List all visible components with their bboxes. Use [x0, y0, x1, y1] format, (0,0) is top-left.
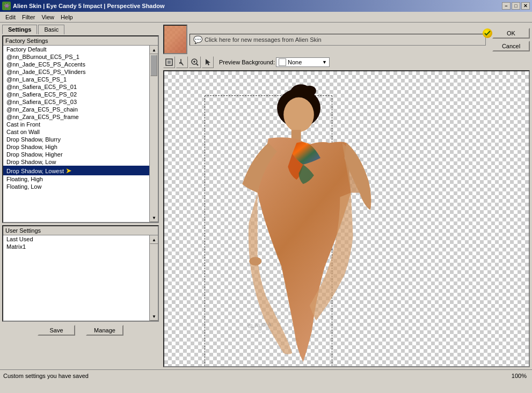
top-area: Settings Basic Factory Settings Factory … — [0, 23, 532, 369]
user-settings-header: User Settings — [3, 226, 158, 235]
factory-list-item[interactable]: Drop Shadow, Blurry — [3, 136, 149, 143]
factory-settings-panel: Factory Settings Factory Default@nn_BBur… — [2, 35, 159, 223]
factory-list-item[interactable]: @nn_Lara_EC5_PS_1 — [3, 76, 149, 83]
window-title: Alien Skin | Eye Candy 5 Impact | Perspe… — [13, 3, 502, 9]
user-scroll-down[interactable]: ▼ — [150, 312, 158, 321]
menu-view[interactable]: View — [38, 13, 57, 21]
user-list-item[interactable]: Last Used — [3, 235, 149, 243]
factory-list-item[interactable]: Factory Default — [3, 46, 149, 53]
factory-list-item[interactable]: Cast on Wall — [3, 128, 149, 136]
tab-settings[interactable]: Settings — [2, 25, 37, 34]
zoom-in-tool[interactable] — [189, 56, 201, 68]
factory-list-item[interactable]: @nn_BBurnout_EC5_PS_1 — [3, 53, 149, 61]
message-text: Click here for new messages from Alien S… — [205, 36, 322, 43]
factory-list-item[interactable]: @nn_Safiera_EC5_PS_02 — [3, 91, 149, 98]
scroll-thumb[interactable] — [150, 55, 157, 76]
factory-list-item[interactable]: Cast in Front — [3, 121, 149, 128]
factory-list-item[interactable]: @nn_Zara_EC5_PS_chain — [3, 106, 149, 113]
ok-cancel-group: OK Cancel — [492, 28, 530, 51]
window-controls: − □ ✕ — [502, 2, 530, 10]
factory-list-item[interactable]: Drop Shadow, High — [3, 143, 149, 151]
save-button[interactable]: Save — [38, 325, 75, 336]
preview-canvas[interactable]: CLAUDIA© — [163, 70, 530, 367]
manage-button[interactable]: Manage — [86, 325, 123, 336]
close-button[interactable]: ✕ — [521, 2, 530, 10]
factory-list-item[interactable]: @nn_Safiera_EC5_PS_01 — [3, 83, 149, 91]
statusbar: Custom settings you have saved 100% — [0, 369, 532, 381]
factory-scrollbar[interactable]: ▲ ▼ — [149, 46, 158, 222]
svg-point-9 — [283, 98, 314, 132]
thumbnail — [163, 25, 187, 54]
menu-filter[interactable]: Filter — [19, 13, 38, 21]
menubar: Edit Filter View Help — [0, 12, 532, 23]
ok-button[interactable]: OK — [492, 28, 530, 39]
menu-help[interactable]: Help — [57, 13, 76, 21]
tabs: Settings Basic — [2, 25, 159, 34]
message-icon: 💬 — [193, 35, 202, 44]
user-list-item[interactable]: Matrix1 — [3, 243, 149, 250]
preview-bg-value: None — [288, 59, 302, 65]
factory-list-item[interactable]: @nn_Jade_EC5_PS_Vlinders — [3, 68, 149, 76]
zoom-fit-tool[interactable] — [163, 56, 175, 68]
toolbar: Preview Background: None ▼ — [163, 56, 530, 68]
minimize-button[interactable]: − — [502, 2, 511, 10]
scroll-down-arrow[interactable]: ▼ — [150, 213, 158, 222]
app-icon: 👾 — [2, 2, 11, 10]
svg-point-11 — [249, 257, 261, 265]
svg-line-5 — [196, 64, 198, 65]
user-settings-list[interactable]: Last UsedMatrix1 — [3, 235, 149, 321]
titlebar: 👾 Alien Skin | Eye Candy 5 Impact | Pers… — [0, 0, 532, 12]
factory-list-container: Factory Default@nn_BBurnout_EC5_PS_1@nn_… — [3, 46, 158, 222]
factory-list-item[interactable]: @nn_Jade_EC5_PS_Accents — [3, 61, 149, 68]
main-content: Settings Basic Factory Settings Factory … — [0, 23, 532, 381]
factory-settings-label: Factory Settings — [5, 38, 48, 44]
left-panel: Settings Basic Factory Settings Factory … — [0, 23, 161, 369]
message-bar[interactable]: 💬 Click here for new messages from Alien… — [190, 34, 486, 46]
preview-bg-swatch — [279, 58, 286, 66]
cancel-button[interactable]: Cancel — [492, 41, 530, 51]
right-panel: 💬 Click here for new messages from Alien… — [161, 23, 532, 369]
factory-list-item[interactable]: Drop Shadow, Lowest ➤ — [3, 166, 149, 175]
user-settings-label: User Settings — [5, 227, 41, 234]
tab-basic[interactable]: Basic — [38, 25, 64, 34]
factory-list-item[interactable]: @nn_Zara_EC5_PS_frame — [3, 113, 149, 121]
ok-indicator — [483, 28, 492, 38]
factory-settings-list[interactable]: Factory Default@nn_BBurnout_EC5_PS_1@nn_… — [3, 46, 149, 222]
preview-top: 💬 Click here for new messages from Alien… — [163, 25, 530, 54]
svg-point-8 — [303, 86, 316, 96]
factory-list-item[interactable]: Floating, Low — [3, 183, 149, 190]
factory-settings-header: Factory Settings — [3, 36, 158, 46]
user-scrollbar[interactable]: ▲ ▼ — [149, 235, 158, 321]
thumbnail-image — [164, 26, 186, 53]
factory-list-item[interactable]: Floating, High — [3, 175, 149, 183]
preview-bg-select-container[interactable]: None ▼ — [276, 57, 330, 67]
user-settings-panel: User Settings Last UsedMatrix1 ▲ ▼ — [2, 225, 159, 322]
svg-rect-1 — [167, 61, 171, 64]
maximize-button[interactable]: □ — [512, 2, 520, 10]
menu-edit[interactable]: Edit — [2, 13, 19, 21]
factory-list-item[interactable]: @nn_Safiera_EC5_PS_03 — [3, 98, 149, 106]
scroll-up-arrow[interactable]: ▲ — [150, 46, 158, 54]
preview-bg-chevron: ▼ — [322, 60, 327, 65]
pointer-tool[interactable] — [202, 56, 214, 68]
left-bottom-buttons: Save Manage — [2, 322, 159, 338]
factory-list-item[interactable]: Drop Shadow, Higher — [3, 151, 149, 158]
preview-bg-label: Preview Background: — [219, 59, 275, 65]
selected-arrow: ➤ — [65, 166, 72, 175]
hand-tool[interactable] — [176, 56, 188, 68]
user-scroll-up[interactable]: ▲ — [150, 235, 158, 244]
statusbar-right: 100% — [512, 373, 527, 379]
user-list-container: Last UsedMatrix1 ▲ ▼ — [3, 235, 158, 321]
statusbar-left: Custom settings you have saved — [3, 373, 89, 379]
factory-list-item[interactable]: Drop Shadow, Low — [3, 158, 149, 166]
preview-figure — [164, 71, 529, 366]
